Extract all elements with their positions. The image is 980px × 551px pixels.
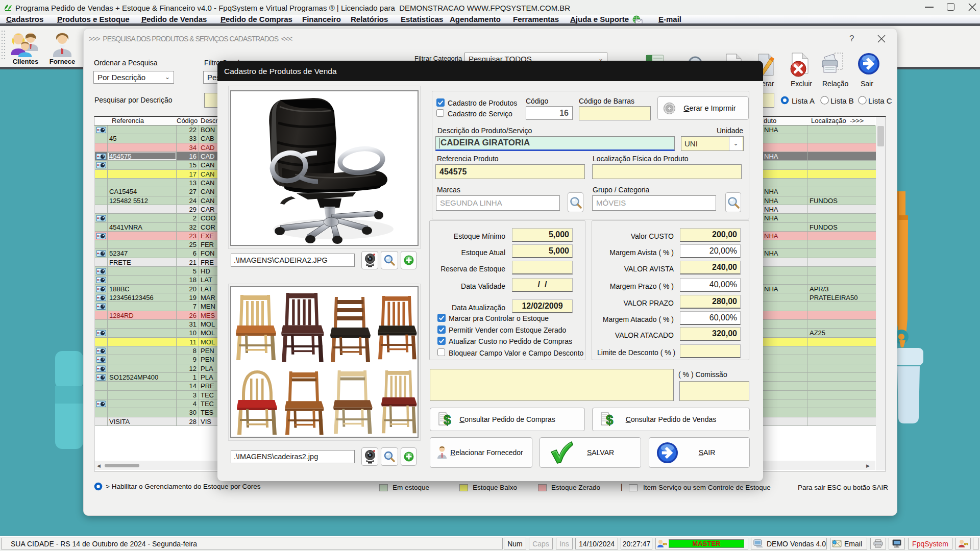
svg-text:$: $ xyxy=(444,412,451,427)
svg-text:$: $ xyxy=(606,412,614,427)
